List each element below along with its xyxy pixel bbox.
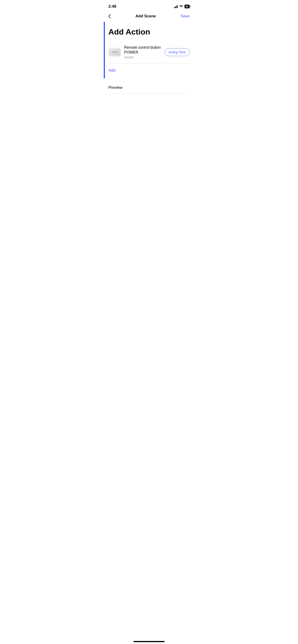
signal-bar-1 (174, 7, 175, 8)
signal-bar-2 (175, 6, 176, 8)
device-name: Remote control button POWER (124, 45, 162, 55)
signal-icon (174, 5, 178, 8)
status-icons: 82 (174, 5, 190, 8)
nav-bar: Add Scene Save (104, 12, 194, 22)
item-divider (108, 63, 190, 64)
device-info: Remote control button POWER Heater (124, 45, 162, 59)
back-button[interactable] (108, 14, 111, 18)
signal-bar-4 (177, 5, 178, 8)
add-button[interactable]: Add (108, 65, 115, 74)
add-action-section: Add Action Remote control button POWER H… (104, 22, 194, 78)
status-bar: 2:48 82 (104, 0, 194, 12)
left-accent-bar (104, 22, 105, 78)
save-button[interactable]: Save (181, 14, 190, 18)
signal-bar-3 (176, 6, 177, 8)
preview-title: Preview (108, 85, 190, 90)
device-subtitle: Heater (124, 56, 162, 59)
add-action-title: Add Action (108, 27, 190, 36)
device-icon (108, 48, 121, 56)
status-time: 2:48 (108, 4, 116, 9)
preview-divider (108, 94, 190, 94)
device-item: Remote control button POWER Heater Actin… (108, 43, 190, 62)
preview-section: Preview (104, 81, 194, 97)
acting-time-button[interactable]: Acting Time (165, 48, 190, 56)
wifi-icon (179, 5, 183, 8)
battery-icon: 82 (184, 5, 190, 8)
nav-title: Add Scene (136, 14, 156, 18)
